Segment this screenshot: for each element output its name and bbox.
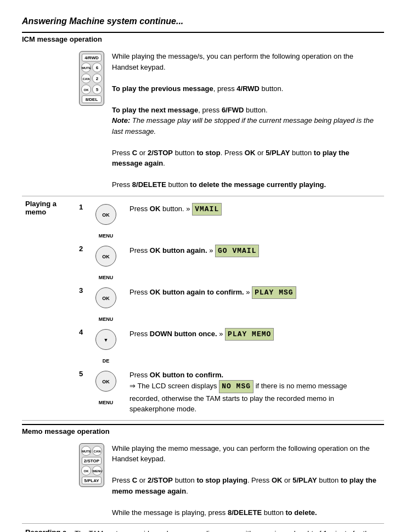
icm-intro-row: 4/RWD MUTE 6 CAN 2 [22,46,384,196]
step-2-row: 2 OKMENU Press OK button again. » GO VMA… [76,242,380,283]
step-4-num: 4 [76,326,91,366]
btn-2stop-memo: 2/STOP [82,457,101,465]
memo-message-section-row: Memo message operation [22,420,384,438]
memo-intro-text: While playing the memo message, you can … [112,443,376,465]
icm-delete: Press 8/DELETE button to delete the mess… [112,179,376,190]
icm-section-header: ICM message operation [22,32,384,44]
step-5-icon: OKMENU [92,367,125,417]
step-4-instruction: Press DOWN button once. » PLAY MEMO [126,326,380,366]
step-5-num: 5 [76,367,91,417]
step-5-row: 5 OKMENU Press OK button to confirm. ⇒ T… [76,367,380,417]
ok-menu-btn-1: OKMENU [95,204,116,225]
icm-play-next: To play the next message, press 6/FWD bu… [112,105,376,137]
page-wrapper: Answering Machine system continue... ICM… [22,16,384,532]
memo-keypad-icon: MUTE CAN 2/STOP OK MENU 5/PLAY [79,443,104,487]
btn-5play-memo: 5/PLAY [82,477,101,484]
recording-memo-text: The TAM system provides only one recordi… [75,528,381,532]
ok-menu-btn-2: OKMENU [95,246,116,267]
playing-memo-label: Playing amemo [22,196,71,420]
icm-intro-text: While playing the message/s, you can per… [112,51,376,72]
btn-8del: 8/DEL [82,95,101,103]
step-4-icon: ▼DE [92,326,125,366]
btn-menu-memo: MENU [92,466,102,476]
step-3-icon: OKMENU [92,284,125,325]
step-3-row: 3 OKMENU Press OK button again to confir… [76,284,380,325]
ok-menu-btn-3: OKMENU [95,287,116,308]
btn-cancel-memo: CAN [92,446,102,456]
step-2-num: 2 [76,242,91,283]
recording-memo-section-row: Recording amemo The TAM system provides … [22,524,384,533]
page-title: Answering Machine system continue... [22,16,384,26]
memo-stop: Press C or 2/STOP button to stop playing… [112,475,376,496]
memo-delete: While the message is playing, press 8/DE… [112,507,376,518]
btn-mute-memo: MUTE [81,446,91,456]
btn-ok: OK [81,84,91,94]
btn-4rwd: 4/RWD [82,54,101,61]
step-5-instruction: Press OK button to confirm. ⇒ The LCD sc… [126,367,380,417]
btn-ok-memo: OK [81,466,91,476]
icm-stop-play: Press C or 2/STOP button to stop. Press … [112,148,376,169]
step-1-instruction: Press OK button. » VMAIL [126,201,380,241]
btn-5play: 5 [92,84,102,94]
step-2-instruction: Press OK button again. » GO VMAIL [126,242,380,283]
step-4-row: 4 ▼DE Press DOWN button once. » PLAY MEM… [76,326,380,366]
icm-play-prev: To play the previous message, press 4/RW… [112,83,376,94]
memo-message-header: Memo message operation [22,424,384,437]
step-1-row: 1 OKMENU Press OK button. » VMAIL [76,201,380,241]
ok-menu-btn-5: OKMENU [95,371,116,392]
step-3-num: 3 [76,284,91,325]
playing-memo-section-header-row: Playing amemo 1 OKMENU Press OK button. … [22,196,384,420]
step-2-icon: OKMENU [92,242,125,283]
memo-message-content-row: MUTE CAN 2/STOP OK MENU 5/PLAY [22,438,384,524]
step-3-instruction: Press OK button again to confirm. » PLAY… [126,284,380,325]
btn-cancel: CAN [81,73,91,83]
step-1-icon: OKMENU [92,201,125,241]
down-btn: ▼DE [95,329,116,350]
btn-2stop-icm: 2 [92,73,102,83]
icm-keypad-icon: 4/RWD MUTE 6 CAN 2 [79,51,104,106]
btn-mute: MUTE [81,63,91,72]
recording-memo-label: Recording amemo [22,524,71,533]
btn-6fwd: 6 [92,63,102,72]
icm-section-header-row: ICM message operation [22,32,384,46]
step-1-num: 1 [76,201,91,241]
